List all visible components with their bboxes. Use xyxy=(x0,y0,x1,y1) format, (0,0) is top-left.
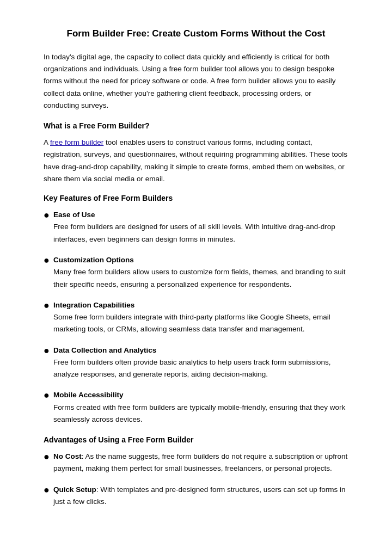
bullet-icon: ● xyxy=(44,390,53,400)
feature-text: Free form builders are designed for user… xyxy=(53,221,348,245)
list-item: ● Integration Capabilities Some free for… xyxy=(44,299,348,336)
feature-item-1: Ease of Use Free form builders are desig… xyxy=(53,209,348,245)
list-item: ● Ease of Use Free form builders are des… xyxy=(44,209,348,245)
advantage-text: : As the name suggests, free form builde… xyxy=(53,452,347,472)
advantage-title: No Cost xyxy=(53,452,82,460)
feature-item-2: Customization Options Many free form bui… xyxy=(53,254,348,291)
feature-text: Forms created with free form builders ar… xyxy=(53,402,348,426)
free-form-builder-link[interactable]: free form builder xyxy=(50,138,103,146)
page-container: Form Builder Free: Create Custom Forms W… xyxy=(0,0,392,545)
feature-text: Many free form builders allow users to c… xyxy=(53,266,348,291)
features-list: ● Ease of Use Free form builders are des… xyxy=(44,209,348,426)
bullet-icon: ● xyxy=(44,346,53,355)
advantage-text: : With templates and pre-designed form s… xyxy=(53,485,345,506)
intro-paragraph: In today's digital age, the capacity to … xyxy=(44,51,348,112)
advantage-item-1: No Cost: As the name suggests, free form… xyxy=(53,451,348,475)
feature-item-3: Integration Capabilities Some free form … xyxy=(53,299,348,336)
feature-title: Customization Options xyxy=(53,256,134,264)
feature-item-4: Data Collection and Analytics Free form … xyxy=(53,344,348,381)
advantage-item-2: Quick Setup: With templates and pre-desi… xyxy=(53,484,348,508)
feature-title: Data Collection and Analytics xyxy=(53,346,156,354)
feature-title: Ease of Use xyxy=(53,211,95,219)
feature-text: Free form builders often provide basic a… xyxy=(53,356,348,381)
what-is-paragraph: A free form builder tool enables users t… xyxy=(44,137,348,185)
bullet-icon: ● xyxy=(44,452,53,461)
list-item: ● Quick Setup: With templates and pre-de… xyxy=(44,484,348,508)
bullet-icon: ● xyxy=(44,210,53,220)
bullet-icon: ● xyxy=(44,485,53,495)
bullet-icon: ● xyxy=(44,300,53,310)
bullet-icon: ● xyxy=(44,255,53,265)
feature-title: Integration Capabilities xyxy=(53,301,134,309)
feature-text: Some free form builders integrate with t… xyxy=(53,311,348,336)
what-is-heading: What is a Free Form Builder? xyxy=(44,121,348,130)
advantages-list: ● No Cost: As the name suggests, free fo… xyxy=(44,451,348,508)
feature-title: Mobile Accessibility xyxy=(53,391,124,399)
list-item: ● Data Collection and Analytics Free for… xyxy=(44,344,348,381)
feature-item-5: Mobile Accessibility Forms created with … xyxy=(53,389,348,426)
list-item: ● No Cost: As the name suggests, free fo… xyxy=(44,451,348,475)
key-features-heading: Key Features of Free Form Builders xyxy=(44,194,348,202)
list-item: ● Customization Options Many free form b… xyxy=(44,254,348,291)
advantages-heading: Advantages of Using a Free Form Builder xyxy=(44,435,348,444)
list-item: ● Mobile Accessibility Forms created wit… xyxy=(44,389,348,426)
advantage-title: Quick Setup xyxy=(53,485,96,494)
main-title: Form Builder Free: Create Custom Forms W… xyxy=(44,27,348,40)
